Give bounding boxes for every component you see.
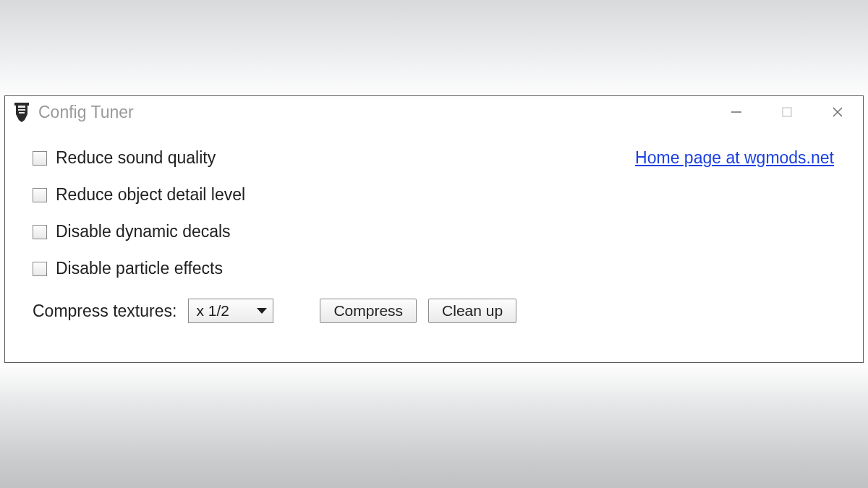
close-button[interactable]	[812, 96, 863, 128]
checkbox-label: Disable particle effects	[56, 259, 223, 278]
disable-dynamic-decals-checkbox[interactable]	[33, 225, 47, 239]
chevron-down-icon	[257, 308, 267, 314]
disable-particle-effects-checkbox[interactable]	[33, 262, 47, 276]
checkbox-label: Disable dynamic decals	[56, 222, 231, 241]
compress-ratio-dropdown[interactable]: x 1/2	[188, 299, 273, 323]
svg-rect-2	[19, 112, 25, 114]
compress-textures-label: Compress textures:	[33, 301, 176, 321]
titlebar: Config Tuner	[5, 96, 863, 128]
app-icon	[12, 101, 31, 123]
window-controls	[711, 96, 863, 128]
dropdown-value: x 1/2	[196, 302, 229, 320]
svg-rect-4	[783, 108, 791, 116]
home-page-link[interactable]: Home page at wgmods.net	[635, 148, 834, 168]
compress-row: Compress textures: x 1/2 Compress Clean …	[33, 299, 835, 323]
svg-rect-1	[18, 109, 25, 111]
reduce-sound-quality-checkbox[interactable]	[33, 151, 47, 166]
config-tuner-window: Config Tuner Home page at wgmods.net Red…	[4, 95, 864, 363]
window-title: Config Tuner	[38, 103, 134, 122]
cleanup-button[interactable]: Clean up	[428, 299, 516, 323]
svg-rect-0	[18, 106, 25, 108]
checkbox-row: Disable dynamic decals	[33, 222, 835, 241]
checkbox-label: Reduce sound quality	[56, 148, 216, 168]
compress-button[interactable]: Compress	[320, 299, 417, 323]
checkbox-row: Disable particle effects	[33, 259, 835, 278]
checkbox-label: Reduce object detail level	[56, 185, 245, 205]
window-content: Home page at wgmods.net Reduce sound qua…	[5, 128, 863, 338]
checkbox-row: Reduce object detail level	[33, 185, 835, 205]
maximize-button[interactable]	[762, 96, 812, 128]
reduce-object-detail-checkbox[interactable]	[33, 188, 47, 202]
minimize-button[interactable]	[711, 96, 762, 128]
